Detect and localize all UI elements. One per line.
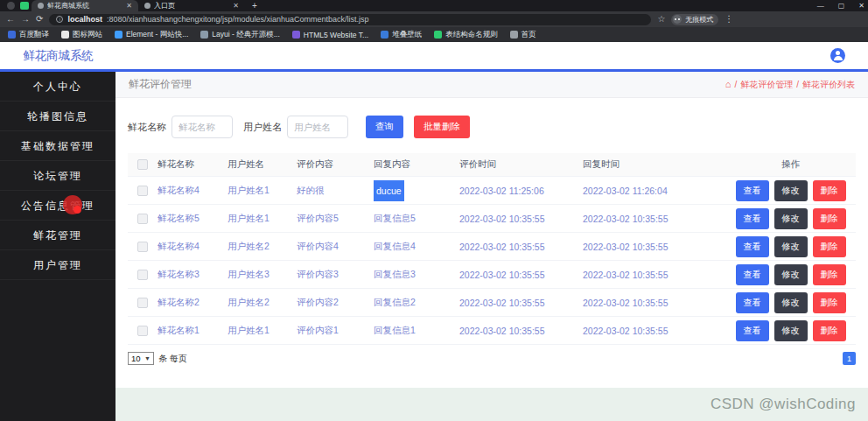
- cell-comment-time: 2022-03-02 11:25:06: [459, 186, 583, 196]
- new-tab-button[interactable]: +: [252, 1, 257, 11]
- user-name-input[interactable]: [287, 116, 348, 138]
- app-title: 鲜花商城系统: [23, 48, 94, 64]
- bookmark-item[interactable]: HTML5 Website T...: [292, 31, 368, 39]
- cell-flower-name: 鲜花名称2: [158, 297, 228, 309]
- breadcrumb: ⌂ / 鲜花评价管理 / 鲜花评价列表: [725, 79, 855, 91]
- pinned-tab-green-icon[interactable]: [20, 2, 29, 10]
- minimize-button[interactable]: —: [817, 2, 824, 10]
- bookmark-favicon: [115, 31, 122, 39]
- cell-comment-time: 2022-03-02 10:35:55: [459, 298, 583, 308]
- row-checkbox[interactable]: [137, 186, 148, 196]
- sidebar-item[interactable]: 轮播图信息: [0, 102, 116, 131]
- view-button[interactable]: 查看: [736, 320, 769, 341]
- cell-reply-time: 2022-03-02 10:35:55: [583, 326, 725, 336]
- browser-tab-entry[interactable]: 入口页 ✕: [138, 0, 245, 11]
- browser-menu-icon[interactable]: ⋮: [724, 15, 733, 24]
- bookmark-item[interactable]: 首页: [510, 30, 536, 40]
- cell-reply: 回复信息1: [374, 325, 416, 335]
- row-checkbox[interactable]: [137, 214, 148, 224]
- watermark-text: CSDN @wishCoding: [710, 396, 856, 413]
- tab-close-icon[interactable]: ✕: [126, 2, 132, 10]
- delete-button[interactable]: 删除: [813, 236, 846, 257]
- bookmark-favicon: [8, 31, 16, 39]
- row-checkbox[interactable]: [137, 270, 148, 280]
- view-button[interactable]: 查看: [736, 236, 769, 257]
- edit-button[interactable]: 修改: [774, 236, 808, 257]
- home-icon[interactable]: ⌂: [725, 80, 732, 89]
- breadcrumb-link[interactable]: 鲜花评价管理: [740, 79, 793, 91]
- row-checkbox[interactable]: [137, 242, 148, 252]
- tab-title: 鲜花商城系统: [47, 1, 122, 11]
- bookmark-item[interactable]: 表结构命名规则: [434, 30, 498, 40]
- page-size-select[interactable]: 10 ▼: [128, 352, 154, 365]
- cell-reply-time: 2022-03-02 10:35:55: [583, 270, 725, 280]
- browser-toolbar: ← → ⟳ i localhost :8080/xianhuashangchen…: [0, 11, 868, 27]
- table-row: 鲜花名称4 用户姓名2 评价内容4 回复信息4 2022-03-02 10:35…: [128, 233, 856, 261]
- tab-close-icon[interactable]: ✕: [233, 2, 239, 10]
- sidebar-item[interactable]: 个人中心: [0, 72, 116, 102]
- page-number-button[interactable]: 1: [843, 352, 856, 365]
- bookmark-favicon: [434, 31, 442, 39]
- select-all-checkbox[interactable]: [137, 159, 148, 170]
- flower-name-input[interactable]: [172, 116, 233, 138]
- delete-button[interactable]: 删除: [813, 208, 846, 229]
- cell-comment-time: 2022-03-02 10:35:55: [459, 242, 583, 252]
- bookmark-item[interactable]: Layui - 经典开源模...: [200, 30, 279, 40]
- bookmark-label: 首页: [522, 30, 536, 40]
- cell-reply: 回复信息5: [374, 213, 416, 223]
- user-avatar[interactable]: [830, 48, 845, 63]
- cell-user-name: 用户姓名1: [228, 325, 297, 337]
- bookmark-star-icon[interactable]: ☆: [657, 15, 665, 24]
- delete-button[interactable]: 删除: [813, 180, 846, 201]
- back-button[interactable]: ←: [6, 15, 15, 24]
- cell-user-name: 用户姓名1: [228, 213, 297, 225]
- batch-delete-button[interactable]: 批量删除: [414, 116, 470, 138]
- cell-comment: 评价内容2: [297, 297, 374, 309]
- edit-button[interactable]: 修改: [774, 264, 808, 285]
- bookmark-item[interactable]: 图标网站: [61, 30, 102, 40]
- bookmark-item[interactable]: Element - 网站快...: [115, 30, 188, 40]
- delete-button[interactable]: 删除: [813, 320, 846, 341]
- edit-button[interactable]: 修改: [774, 208, 808, 229]
- bookmark-item[interactable]: 百度翻译: [8, 30, 49, 40]
- view-button[interactable]: 查看: [736, 208, 769, 229]
- sidebar-item[interactable]: 鲜花管理: [0, 221, 116, 250]
- globe-favicon: [144, 3, 150, 9]
- delete-button[interactable]: 删除: [813, 264, 846, 285]
- search-bar: 鲜花名称 用户姓名 查询 批量删除: [128, 116, 856, 138]
- cursor-indicator: [63, 195, 82, 214]
- cell-flower-name: 鲜花名称5: [158, 213, 228, 225]
- browser-tab-current[interactable]: 鲜花商城系统 ✕: [32, 0, 138, 11]
- incognito-badge: 无痕模式: [671, 14, 718, 25]
- app-header: 鲜花商城系统: [0, 42, 868, 72]
- row-checkbox[interactable]: [137, 298, 148, 308]
- view-button[interactable]: 查看: [736, 180, 769, 201]
- bookmark-item[interactable]: 堆叠壁纸: [381, 30, 422, 40]
- edit-button[interactable]: 修改: [774, 180, 808, 201]
- edit-button[interactable]: 修改: [774, 320, 808, 341]
- sidebar-item[interactable]: 基础数据管理: [0, 131, 116, 161]
- row-checkbox[interactable]: [137, 326, 148, 336]
- cell-flower-name: 鲜花名称4: [158, 241, 228, 253]
- cell-user-name: 用户姓名1: [228, 185, 297, 197]
- query-button[interactable]: 查询: [366, 116, 403, 138]
- site-info-icon[interactable]: i: [56, 16, 63, 23]
- sidebar-item[interactable]: 论坛管理: [0, 161, 116, 191]
- address-bar[interactable]: i localhost :8080/xianhuashangchengxiton…: [49, 14, 651, 25]
- sidebar-item[interactable]: 公告信息管理: [0, 191, 116, 221]
- forward-button[interactable]: →: [21, 15, 30, 24]
- sidebar-item[interactable]: 用户管理: [0, 250, 116, 280]
- delete-button[interactable]: 删除: [813, 292, 846, 313]
- maximize-button[interactable]: ▢: [838, 2, 845, 10]
- close-button[interactable]: ✕: [858, 2, 864, 10]
- bookmark-favicon: [200, 31, 208, 39]
- cell-reply: 回复信息4: [374, 241, 416, 251]
- col-header: 评价内容: [297, 158, 374, 171]
- pinned-tab-globe-icon[interactable]: [7, 2, 15, 10]
- view-button[interactable]: 查看: [736, 264, 769, 285]
- edit-button[interactable]: 修改: [774, 292, 808, 313]
- view-button[interactable]: 查看: [736, 292, 769, 313]
- bookmark-label: Element - 网站快...: [126, 30, 188, 40]
- reload-button[interactable]: ⟳: [36, 15, 43, 24]
- cell-user-name: 用户姓名2: [228, 297, 297, 309]
